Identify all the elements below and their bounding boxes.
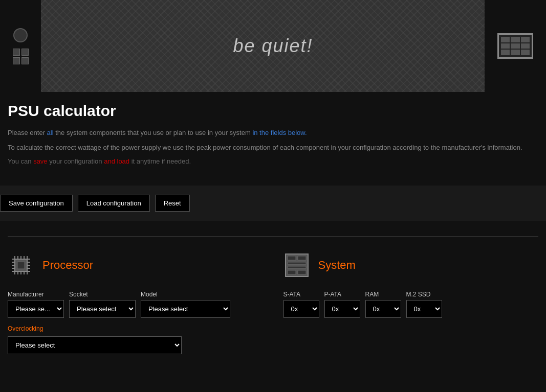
pata-group: P-ATA 0x 1x 2x 3x 4x: [324, 291, 360, 318]
m2ssd-select[interactable]: 0x 1x 2x 3x 4x: [406, 300, 442, 318]
model-group: Model Please select: [141, 291, 230, 318]
hero-left-panel: [0, 0, 41, 92]
brand-logo: be quiet!: [233, 35, 313, 57]
processor-section: Processor Manufacturer Please se... Sock…: [8, 252, 263, 354]
desc-highlight1: all: [47, 129, 54, 136]
cpu-svg: [8, 252, 34, 279]
grid-cell: [21, 57, 29, 64]
grid-cell: [21, 49, 29, 56]
ram-label: RAM: [365, 291, 401, 298]
pata-label: P-ATA: [324, 291, 360, 298]
overclocking-group: Overclocking Please select: [8, 325, 263, 354]
connector-icon: [497, 33, 533, 59]
model-label: Model: [141, 291, 230, 298]
processor-form-row: Manufacturer Please se... Socket Please …: [8, 291, 263, 318]
load-configuration-button[interactable]: Load configuration: [78, 195, 150, 212]
socket-group: Socket Please select: [69, 291, 136, 318]
hero-right-panel: [485, 0, 546, 92]
pata-select[interactable]: 0x 1x 2x 3x 4x: [324, 300, 360, 318]
svg-rect-21: [17, 262, 25, 269]
processor-section-header: Processor: [8, 252, 263, 279]
save-load-prefix: You can: [8, 157, 33, 165]
grid-cell: [13, 49, 20, 56]
page-title: PSU calculator: [8, 102, 538, 120]
description-line2: To calculate the correct wattage of the …: [8, 143, 538, 153]
socket-select[interactable]: Please select: [69, 300, 136, 318]
system-form-row: S-ATA 0x 1x 2x 3x 4x P-ATA 0x 1x 2x: [283, 291, 539, 318]
panel-grid: [13, 49, 29, 64]
load-link2[interactable]: load: [117, 157, 130, 165]
ram-group: RAM 0x 1x 2x 3x 4x: [365, 291, 401, 318]
desc-plain1: Please enter: [8, 129, 47, 136]
motherboard-svg: [283, 252, 310, 279]
desc-highlight2: in the fields below.: [252, 129, 307, 136]
socket-label: Socket: [69, 291, 136, 298]
reset-button[interactable]: Reset: [155, 195, 190, 212]
sata-group: S-ATA 0x 1x 2x 3x 4x: [283, 291, 319, 318]
system-section: System S-ATA 0x 1x 2x 3x 4x P-ATA: [283, 252, 539, 354]
load-link[interactable]: and: [104, 157, 115, 165]
sections-container: Processor Manufacturer Please se... Sock…: [8, 247, 538, 359]
ram-select[interactable]: 0x 1x 2x 3x 4x: [365, 300, 401, 318]
manufacturer-select[interactable]: Please se...: [8, 300, 64, 318]
model-select[interactable]: Please select: [141, 300, 230, 318]
svg-rect-24: [298, 256, 306, 260]
manufacturer-label: Manufacturer: [8, 291, 64, 298]
sata-select[interactable]: 0x 1x 2x 3x 4x: [283, 300, 319, 318]
description-line1: Please enter all the system components t…: [8, 128, 538, 139]
processor-icon: [8, 252, 34, 279]
system-title: System: [318, 259, 356, 272]
save-load-middle: your configuration: [48, 157, 104, 165]
main-content: PSU calculator Please enter all the syst…: [0, 92, 546, 186]
toolbar: Save configuration Load configuration Re…: [0, 186, 546, 221]
sata-label: S-ATA: [283, 291, 319, 298]
svg-rect-27: [288, 270, 296, 274]
overclocking-select[interactable]: Please select: [8, 336, 182, 354]
desc-plain2: the system components that you use or pl…: [54, 129, 253, 136]
save-load-suffix: it anytime if needed.: [129, 157, 191, 165]
svg-rect-28: [298, 270, 306, 274]
svg-rect-26: [288, 266, 306, 268]
panel-circle-1: [13, 28, 28, 42]
save-configuration-button[interactable]: Save configuration: [0, 195, 73, 212]
svg-rect-25: [288, 262, 306, 264]
save-link[interactable]: save: [33, 157, 47, 165]
save-load-text: You can save your configuration and load…: [8, 157, 538, 165]
svg-rect-23: [288, 256, 296, 260]
section-divider: [8, 236, 538, 237]
m2ssd-label: M.2 SSD: [406, 291, 442, 298]
processor-title: Processor: [42, 259, 93, 272]
overclocking-row: Overclocking Please select: [8, 325, 263, 354]
hero-banner: be quiet!: [0, 0, 546, 92]
m2ssd-group: M.2 SSD 0x 1x 2x 3x 4x: [406, 291, 442, 318]
grid-cell: [13, 57, 20, 64]
manufacturer-group: Manufacturer Please se...: [8, 291, 64, 318]
system-icon: [283, 252, 310, 279]
system-section-header: System: [283, 252, 539, 279]
overclocking-label: Overclocking: [8, 325, 263, 332]
